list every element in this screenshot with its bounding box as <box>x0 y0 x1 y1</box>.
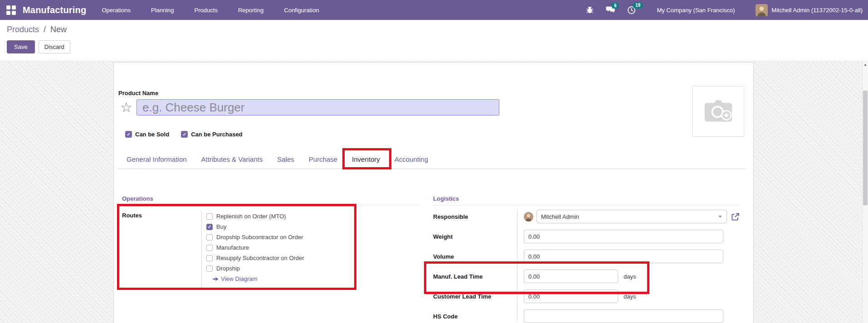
control-panel: Products / New Save Discard <box>0 20 868 61</box>
route-resupply-subcontractor-checkbox[interactable] <box>206 255 213 261</box>
tab-inventory-label: Inventory <box>352 155 380 163</box>
volume-input[interactable] <box>524 250 723 263</box>
customer-lead-time-input[interactable] <box>524 289 618 303</box>
tab-sales[interactable]: Sales <box>270 149 302 169</box>
route-manufacture[interactable]: Manufacture <box>206 242 304 253</box>
menu-reporting[interactable]: Reporting <box>238 7 263 14</box>
volume-row: Volume <box>433 249 740 264</box>
route-dropship-checkbox[interactable] <box>206 265 213 272</box>
sale-purchase-options: Can be Sold Can be Purchased <box>125 131 499 138</box>
route-dropship-subcontractor-checkbox[interactable] <box>206 234 213 241</box>
activities-badge: 19 <box>633 2 643 9</box>
apps-menu-icon[interactable] <box>6 5 16 15</box>
can-be-purchased-checkbox[interactable] <box>181 131 188 138</box>
operations-title: Operations <box>122 195 421 206</box>
label-field-divider <box>517 209 517 322</box>
messages-badge: 6 <box>611 2 619 9</box>
can-be-purchased-label: Can be Purchased <box>191 131 242 138</box>
favorite-star-icon[interactable]: ☆ <box>120 100 137 115</box>
scrollbar-up-arrow[interactable]: ▲ <box>863 61 868 67</box>
breadcrumb-products-link[interactable]: Products <box>7 25 39 34</box>
app-name[interactable]: Manufacturing <box>23 5 86 15</box>
responsible-label: Responsible <box>433 213 517 220</box>
product-name-label: Product Name <box>118 90 499 96</box>
product-image-placeholder[interactable] <box>692 86 744 137</box>
tab-general-information[interactable]: General Information <box>119 149 194 169</box>
hs-code-row: HS Code <box>433 309 740 323</box>
route-replenish-mto-label: Replenish on Order (MTO) <box>216 213 286 220</box>
routes-field-group: Routes Replenish on Order (MTO) Buy <box>122 209 421 288</box>
arrow-right-icon <box>213 276 219 282</box>
weight-input[interactable] <box>524 230 723 243</box>
routes-list: Replenish on Order (MTO) Buy Dropship Su… <box>201 211 304 288</box>
menu-configuration[interactable]: Configuration <box>284 7 319 14</box>
view-diagram-label: View Diagram <box>221 275 258 282</box>
volume-label: Volume <box>433 253 517 260</box>
tab-purchase[interactable]: Purchase <box>302 149 345 169</box>
responsible-input-wrap <box>536 210 727 223</box>
manuf-lead-time-field: days <box>517 270 636 283</box>
weight-row: Weight <box>433 229 740 244</box>
route-buy-label: Buy <box>216 223 226 230</box>
route-resupply-subcontractor-label: Resupply Subcontractor on Order <box>216 255 304 261</box>
logistics-title: Logistics <box>433 195 740 206</box>
hs-code-label: HS Code <box>433 313 517 320</box>
discard-button[interactable]: Discard <box>39 40 70 53</box>
route-dropship-subcontractor[interactable]: Dropship Subcontractor on Order <box>206 232 304 242</box>
user-menu[interactable]: Mitchell Admin (11372002-15-0-all) <box>771 7 863 14</box>
manufacturing-app-window: Manufacturing Operations Planning Produc… <box>0 0 868 323</box>
company-switcher[interactable]: My Company (San Francisco) <box>657 7 735 14</box>
activities-icon[interactable]: 19 <box>627 6 636 14</box>
weight-field <box>517 230 723 243</box>
hs-code-input[interactable] <box>524 309 723 323</box>
view-diagram-link[interactable]: View Diagram <box>213 275 304 282</box>
product-title-block: Product Name ☆ Can be Sold Can be Purcha… <box>118 90 745 138</box>
responsible-field <box>517 210 740 223</box>
tab-inventory[interactable]: Inventory <box>345 149 387 169</box>
responsible-input[interactable] <box>536 210 727 223</box>
route-dropship-subcontractor-label: Dropship Subcontractor on Order <box>216 234 303 241</box>
tab-attributes-variants[interactable]: Attributes & Variants <box>194 149 270 169</box>
route-buy-checkbox[interactable] <box>206 224 213 230</box>
route-replenish-mto-checkbox[interactable] <box>206 213 213 220</box>
routes-label: Routes <box>122 211 201 288</box>
vertical-scrollbar[interactable]: ▲ <box>862 61 868 323</box>
user-avatar[interactable] <box>756 4 768 16</box>
camera-plus-icon <box>704 98 733 125</box>
route-replenish-mto[interactable]: Replenish on Order (MTO) <box>206 211 304 222</box>
nav-left: Manufacturing Operations Planning Produc… <box>6 5 319 15</box>
operations-section: Operations Routes Replenish on Order (MT… <box>122 195 421 323</box>
customer-lead-time-unit: days <box>624 293 636 300</box>
route-manufacture-checkbox[interactable] <box>206 245 213 251</box>
logistics-section: Logistics Responsible <box>433 195 740 323</box>
external-link-icon[interactable] <box>731 212 740 221</box>
top-navbar: Manufacturing Operations Planning Produc… <box>0 0 868 20</box>
weight-label: Weight <box>433 233 517 240</box>
messages-icon[interactable]: 6 <box>606 6 615 14</box>
debug-icon[interactable] <box>586 6 594 14</box>
menu-products[interactable]: Products <box>195 7 218 14</box>
breadcrumb-current: New <box>50 25 67 34</box>
route-resupply-subcontractor[interactable]: Resupply Subcontractor on Order <box>206 253 304 263</box>
menu-operations[interactable]: Operations <box>102 7 131 14</box>
tab-accounting[interactable]: Accounting <box>387 149 435 169</box>
manuf-lead-time-input[interactable] <box>524 270 618 283</box>
can-be-sold-option[interactable]: Can be Sold <box>125 131 169 138</box>
content-area: Product Name ☆ Can be Sold Can be Purcha… <box>0 61 868 323</box>
can-be-purchased-option[interactable]: Can be Purchased <box>181 131 242 138</box>
customer-lead-time-field: days <box>517 289 636 303</box>
product-title-left: Product Name ☆ Can be Sold Can be Purcha… <box>118 90 499 138</box>
save-button[interactable]: Save <box>7 40 35 53</box>
route-buy[interactable]: Buy <box>206 222 304 232</box>
product-name-input[interactable] <box>137 99 499 116</box>
route-dropship[interactable]: Dropship <box>206 263 304 274</box>
can-be-sold-checkbox[interactable] <box>125 131 132 138</box>
menu-planning[interactable]: Planning <box>151 7 174 14</box>
hs-code-field <box>517 309 723 323</box>
scrollbar-thumb[interactable] <box>863 91 868 205</box>
notebook-tabs: General Information Attributes & Variant… <box>118 149 745 169</box>
manuf-lead-time-label: Manuf. Lead Time <box>433 273 517 280</box>
route-manufacture-label: Manufacture <box>216 244 249 251</box>
breadcrumb: Products / New <box>7 25 861 34</box>
dropdown-caret-icon[interactable] <box>718 216 722 218</box>
